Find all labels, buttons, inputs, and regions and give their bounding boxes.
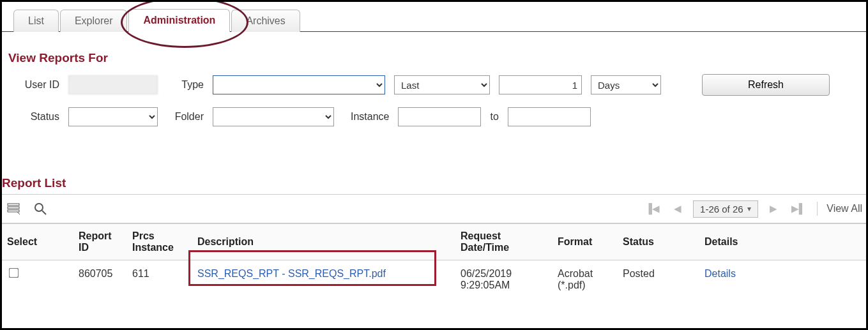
- status-label: Status: [15, 111, 59, 123]
- folder-select[interactable]: [213, 107, 334, 126]
- prev-page-icon[interactable]: ◀: [671, 203, 684, 214]
- section-title: View Reports For: [8, 51, 860, 65]
- instance-to-input[interactable]: [508, 107, 591, 126]
- type-select[interactable]: [213, 75, 385, 94]
- search-icon[interactable]: [33, 201, 48, 216]
- col-report-id[interactable]: Report ID: [73, 224, 127, 260]
- row-select-checkbox[interactable]: [9, 268, 19, 278]
- toolbar-divider: [817, 202, 818, 216]
- tab-archives[interactable]: Archives: [231, 10, 300, 32]
- tab-list[interactable]: List: [13, 10, 59, 32]
- cell-format: Acrobat (*.pdf): [552, 260, 618, 299]
- col-format[interactable]: Format: [552, 224, 618, 260]
- svg-rect-2: [8, 210, 19, 212]
- col-request-datetime[interactable]: Request Date/Time: [455, 224, 552, 260]
- col-details[interactable]: Details: [699, 224, 866, 260]
- col-prcs-instance[interactable]: Prcs Instance: [127, 224, 192, 260]
- range-unit-select[interactable]: Days: [591, 75, 661, 94]
- cell-status: Posted: [618, 260, 699, 299]
- cell-prcs-instance: 611: [127, 260, 192, 299]
- refresh-button[interactable]: Refresh: [702, 74, 830, 96]
- folder-label: Folder: [167, 111, 204, 123]
- svg-line-4: [42, 211, 46, 214]
- view-all-link[interactable]: View All: [826, 203, 862, 214]
- tab-administration[interactable]: Administration: [128, 9, 230, 32]
- table-header-row: Select Report ID Prcs Instance Descripti…: [2, 224, 866, 260]
- user-id-value: [68, 75, 158, 94]
- report-list-title: Report List: [2, 176, 866, 190]
- cell-request-datetime: 06/25/2019 9:29:05AM: [455, 260, 552, 299]
- col-description[interactable]: Description: [192, 224, 455, 260]
- cell-report-id: 860705: [73, 260, 127, 299]
- col-status[interactable]: Status: [618, 224, 699, 260]
- to-label: to: [490, 111, 498, 123]
- first-page-icon[interactable]: ▐◀: [643, 203, 662, 214]
- svg-point-3: [35, 204, 43, 211]
- range-mode-select[interactable]: Last: [394, 75, 490, 94]
- filters: User ID Type Last Days Refresh Status Fo…: [2, 74, 866, 151]
- instance-label: Instance: [351, 111, 389, 123]
- col-select[interactable]: Select: [2, 224, 73, 260]
- range-number-input[interactable]: [499, 75, 582, 94]
- svg-rect-1: [8, 207, 19, 209]
- instance-from-input[interactable]: [398, 107, 481, 126]
- report-table: Select Report ID Prcs Instance Descripti…: [2, 223, 866, 299]
- type-label: Type: [167, 79, 204, 91]
- grid-toolbar: ▐◀ ◀ 1-26 of 26 ▶ ▶▌ View All: [2, 194, 866, 223]
- table-row: 860705 611 SSR_REQS_RPT - SSR_REQS_RPT.p…: [2, 260, 866, 299]
- last-page-icon[interactable]: ▶▌: [789, 203, 809, 214]
- pager-range[interactable]: 1-26 of 26: [693, 200, 758, 218]
- svg-rect-0: [8, 204, 19, 206]
- next-page-icon[interactable]: ▶: [767, 203, 780, 214]
- details-link[interactable]: Details: [704, 268, 736, 279]
- tabs-row: List Explorer Administration Archives: [2, 2, 866, 32]
- tab-explorer[interactable]: Explorer: [60, 10, 128, 32]
- description-link[interactable]: SSR_REQS_RPT - SSR_REQS_RPT.pdf: [197, 268, 386, 279]
- status-select[interactable]: [68, 107, 158, 126]
- user-id-label: User ID: [15, 79, 59, 91]
- grid-settings-icon[interactable]: [6, 201, 21, 216]
